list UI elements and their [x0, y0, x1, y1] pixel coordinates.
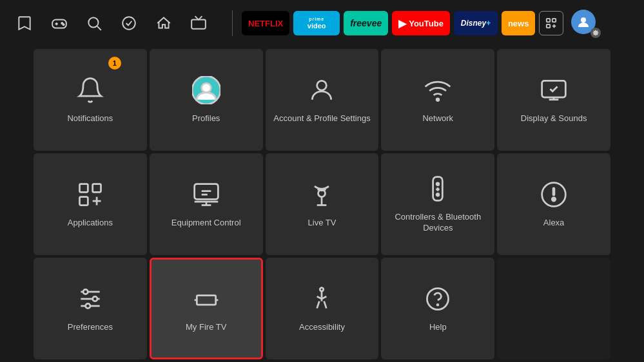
primevideo-text: prime video: [307, 17, 326, 30]
alexa-label: Alexa: [543, 218, 565, 229]
accessibility-icon: [307, 285, 336, 316]
news-label: news: [508, 19, 529, 28]
gear-badge: [590, 28, 601, 38]
home-icon[interactable]: [152, 12, 175, 35]
equipment-control-label: Equipment Control: [171, 218, 241, 229]
alexa-icon: [540, 180, 568, 211]
person-icon: [307, 76, 336, 107]
svg-point-30: [436, 183, 439, 186]
svg-point-33: [436, 193, 439, 196]
grid-apps-button[interactable]: [539, 11, 563, 35]
nav-icons: [13, 12, 210, 35]
svg-point-4: [63, 24, 64, 25]
preferences-cell[interactable]: Preferences: [34, 258, 147, 359]
settings-grid: 1 Notifications Profiles Account: [0, 46, 644, 362]
preferences-label: Preferences: [68, 322, 113, 333]
wifi-icon: [424, 76, 452, 107]
my-fire-tv-label: My Fire TV: [186, 322, 226, 333]
svg-rect-11: [547, 24, 550, 28]
controllers-bluetooth-label: Controllers & Bluetooth Devices: [387, 212, 488, 234]
firetv-icon: [192, 285, 220, 316]
svg-point-14: [581, 17, 586, 23]
notifications-cell[interactable]: 1 Notifications: [34, 49, 147, 151]
applications-cell[interactable]: Applications: [34, 153, 147, 255]
svg-point-48: [437, 304, 438, 305]
help-label: Help: [429, 322, 447, 333]
live-tv-label: Live TV: [308, 218, 337, 229]
accessibility-cell[interactable]: Accessibility: [266, 258, 379, 359]
live-tv-cell[interactable]: Live TV: [266, 153, 379, 255]
svg-point-47: [427, 288, 449, 309]
network-cell[interactable]: Network: [381, 49, 494, 151]
disney-label: Disney+: [461, 19, 491, 28]
bookmark-icon[interactable]: [13, 12, 36, 35]
accessibility-label: Accessibility: [299, 322, 345, 333]
svg-point-7: [122, 17, 135, 30]
check-circle-icon[interactable]: [117, 12, 141, 35]
app-chips: NETFLIX prime video freevee ▶ YouTube Di…: [242, 10, 631, 37]
account-profile-label: Account & Profile Settings: [273, 113, 370, 124]
notifications-label: Notifications: [67, 113, 113, 124]
svg-rect-21: [93, 184, 101, 192]
freevee-chip[interactable]: freevee: [344, 11, 388, 35]
applications-label: Applications: [68, 218, 113, 229]
profile-icon: [192, 76, 220, 107]
primevideo-chip[interactable]: prime video: [293, 11, 340, 35]
alexa-cell[interactable]: Alexa: [497, 153, 610, 255]
svg-rect-20: [79, 184, 88, 192]
network-label: Network: [422, 113, 453, 124]
display-sounds-cell[interactable]: Display & Sounds: [497, 49, 610, 151]
svg-point-39: [83, 289, 88, 294]
notification-badge: 1: [108, 57, 121, 70]
search-icon[interactable]: [83, 12, 106, 35]
equipment-control-cell[interactable]: Equipment Control: [150, 153, 263, 255]
svg-point-45: [320, 287, 324, 291]
freevee-label: freevee: [350, 18, 382, 28]
netflix-label: NETFLIX: [248, 19, 283, 28]
netflix-chip[interactable]: NETFLIX: [242, 11, 289, 35]
disney-chip[interactable]: Disney+: [454, 11, 498, 35]
svg-point-16: [201, 83, 211, 93]
antenna-icon: [307, 180, 336, 211]
help-cell[interactable]: Help: [381, 258, 494, 359]
empty-cell: [497, 258, 610, 359]
youtube-label: YouTube: [409, 19, 444, 28]
my-fire-tv-cell[interactable]: My Fire TV: [150, 258, 263, 359]
svg-point-35: [552, 197, 556, 201]
svg-rect-8: [191, 20, 206, 29]
svg-point-17: [317, 81, 327, 90]
remote-icon: [424, 175, 452, 205]
svg-point-5: [88, 17, 98, 27]
svg-rect-9: [547, 19, 550, 22]
nav-divider: [232, 10, 233, 36]
nav-bar: NETFLIX prime video freevee ▶ YouTube Di…: [0, 0, 644, 46]
display-sounds-label: Display & Sounds: [521, 113, 587, 124]
avatar-wrap[interactable]: [571, 10, 598, 37]
svg-point-41: [86, 303, 90, 308]
controllers-bluetooth-cell[interactable]: Controllers & Bluetooth Devices: [381, 153, 494, 255]
apps-icon: [76, 180, 104, 211]
help-icon: [424, 285, 452, 316]
news-chip[interactable]: news: [502, 11, 536, 35]
svg-line-6: [97, 26, 101, 30]
profiles-label: Profiles: [192, 113, 220, 124]
profiles-cell[interactable]: Profiles: [150, 49, 263, 151]
svg-rect-10: [552, 19, 556, 22]
sliders-icon: [76, 285, 104, 316]
svg-point-18: [436, 98, 439, 100]
svg-point-40: [93, 296, 97, 301]
svg-rect-22: [79, 196, 88, 205]
bell-icon: [76, 76, 104, 107]
display-icon: [540, 76, 568, 107]
svg-rect-42: [197, 295, 215, 305]
account-profile-cell[interactable]: Account & Profile Settings: [266, 49, 379, 151]
youtube-play-icon: ▶: [398, 17, 406, 30]
gamepad-icon[interactable]: [48, 12, 71, 35]
youtube-chip[interactable]: ▶ YouTube: [392, 11, 450, 35]
monitor-icon: [192, 180, 220, 211]
tv-icon[interactable]: [187, 12, 210, 35]
